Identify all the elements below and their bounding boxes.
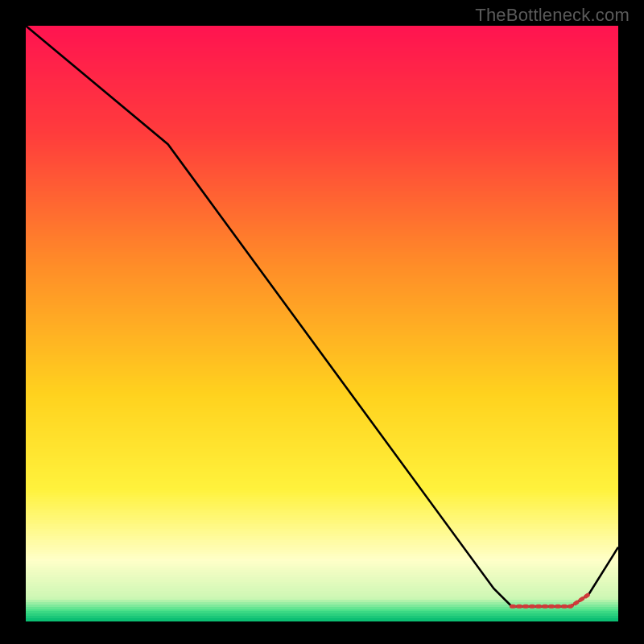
bottleneck-curve [26,26,618,606]
chart-svg [26,26,618,618]
plot-area [26,26,618,618]
attribution-label: TheBottleneck.com [475,5,630,26]
bottleneck-curve-valley [512,595,589,607]
